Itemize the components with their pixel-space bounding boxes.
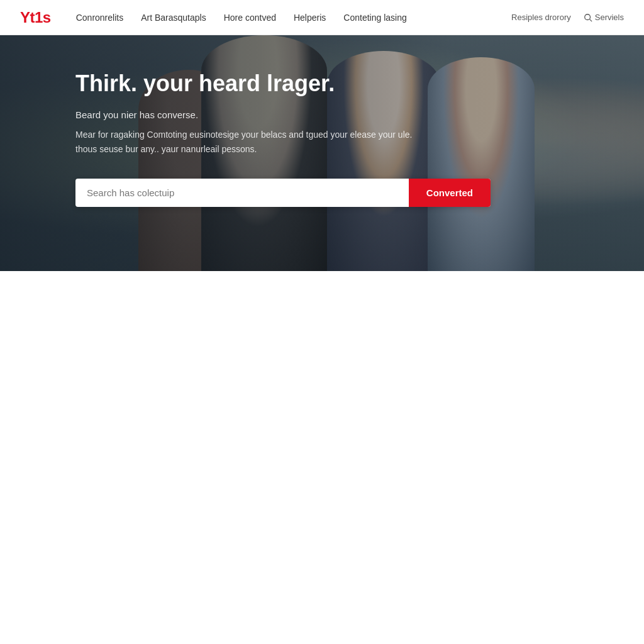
header-left: Yt1s Conronrelits Art Barasqutapls Hore … bbox=[20, 9, 407, 26]
logo[interactable]: Yt1s bbox=[20, 9, 51, 26]
hero-subtitle: Beard you nier has converse. bbox=[75, 108, 569, 121]
search-bar: Converted bbox=[75, 179, 491, 207]
search-input[interactable] bbox=[75, 179, 409, 207]
nav-item-1[interactable]: Conronrelits bbox=[76, 13, 123, 23]
search-icon bbox=[584, 13, 592, 22]
hero-description: Mear for ragaking Comtoting eusinotesige… bbox=[75, 128, 428, 156]
search-link[interactable]: Serviels bbox=[584, 13, 624, 22]
nav-item-2[interactable]: Art Barasqutapls bbox=[141, 13, 206, 23]
nav-item-3[interactable]: Hore contved bbox=[224, 13, 276, 23]
svg-line-1 bbox=[589, 19, 592, 21]
main-nav: Conronrelits Art Barasqutapls Hore contv… bbox=[76, 13, 407, 23]
resiples-link[interactable]: Resiples drorory bbox=[511, 13, 571, 22]
search-button[interactable]: Converted bbox=[409, 179, 491, 207]
hero-section: Thirk. your heard lrager. Beard you nier… bbox=[0, 35, 644, 271]
hero-title: Thirk. your heard lrager. bbox=[75, 70, 569, 97]
nav-item-4[interactable]: Helperis bbox=[294, 13, 326, 23]
main-content bbox=[0, 271, 644, 644]
svg-point-0 bbox=[585, 14, 591, 19]
nav-item-5[interactable]: Conteting lasing bbox=[343, 13, 406, 23]
header: Yt1s Conronrelits Art Barasqutapls Hore … bbox=[0, 0, 644, 35]
hero-content: Thirk. your heard lrager. Beard you nier… bbox=[0, 35, 644, 238]
header-right: Resiples drorory Serviels bbox=[511, 13, 624, 22]
search-label: Serviels bbox=[595, 13, 624, 22]
